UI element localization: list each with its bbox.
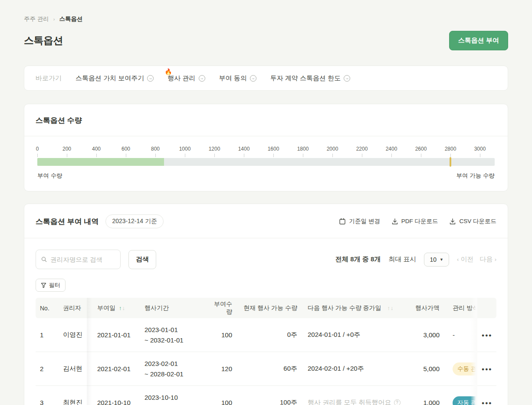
grant-option-button[interactable]: 스톡옵션 부여	[449, 31, 508, 50]
prev-label: 이전	[460, 255, 473, 263]
chevron-right-icon: ›	[495, 256, 496, 263]
table-row[interactable]: 2 김서현 2021-02-01 2023-02-01 ~ 2028-02-01…	[36, 352, 477, 386]
row-menu-button[interactable]: ●●●	[482, 333, 492, 338]
mgmt-badge: 자동 관리	[453, 396, 477, 405]
option-quantity-chart: 0200400600800100012001400160018002000220…	[24, 136, 508, 191]
axis-tick-mark	[155, 154, 156, 157]
pdf-download-label: PDF 다운로드	[401, 217, 438, 225]
pdf-download-button[interactable]: PDF 다운로드	[391, 217, 438, 225]
col-header-label: 다음 행사 가능 수량 증가일	[308, 304, 381, 312]
cell-qty: 120	[208, 365, 232, 372]
cell-holder: 최현진	[63, 398, 97, 405]
axis-tick-label: 1800	[297, 146, 309, 152]
col-header-no: No.	[36, 305, 63, 312]
quicklink-option-value[interactable]: 스톡옵션 가치 보여주기 →	[76, 74, 154, 82]
cell-grant-date: 2021-01-01	[97, 331, 144, 339]
cell-exercisable: 100주	[232, 398, 297, 405]
arrow-right-circle-icon: →	[147, 75, 154, 82]
bar-labels: 부여 수량 부여 가능 수량	[37, 172, 495, 180]
axis-tick-mark	[421, 154, 421, 157]
axis-tick-mark	[273, 154, 274, 157]
quicklink-label: 스톡옵션 가치 보여주기	[76, 74, 144, 82]
axis-tick-label: 1400	[238, 146, 250, 152]
prev-page-button[interactable]: ‹ 이전	[457, 255, 474, 263]
csv-download-button[interactable]: CSV 다운로드	[449, 217, 496, 225]
next-page-button[interactable]: 다음 ›	[479, 255, 496, 263]
cell-exercisable: 60주	[232, 365, 297, 373]
cell-price: 3,000	[403, 331, 448, 339]
quicklink-exercise-management[interactable]: 🔥 행사 관리 →	[167, 74, 205, 82]
filter-button[interactable]: 필터	[36, 279, 66, 292]
chevron-left-icon: ‹	[457, 256, 459, 263]
quicklinks-label: 바로가기	[36, 74, 62, 82]
axis-tick-mark	[96, 154, 97, 157]
grant-table: No. 권리자 부여일 ↑↓ 행사기간 부여수량 현재 행사 가능 수량 다음 …	[36, 298, 496, 405]
quicklink-label: 부여 동의	[219, 74, 247, 82]
grant-history-card: 스톡옵션 부여 내역 2023-12-14 기준 기준일 변경	[24, 204, 508, 405]
axis-tick-label: 2000	[327, 146, 338, 152]
granted-quantity-label: 부여 수량	[37, 172, 62, 180]
axis-tick-mark	[332, 154, 333, 157]
axis-tick-mark	[67, 154, 67, 157]
cell-holder: 이영진	[63, 331, 97, 339]
next-increase-text: 2024-02-01 / +20주	[308, 365, 364, 373]
grant-history-header: 스톡옵션 부여 내역 2023-12-14 기준 기준일 변경	[24, 204, 508, 238]
col-header-period: 행사기간	[144, 303, 208, 313]
cell-grant-date: 2021-10-10	[97, 399, 144, 405]
col-header-next-increase[interactable]: 다음 행사 가능 수량 증가일 ↑↓	[297, 304, 403, 312]
limit-marker	[450, 157, 451, 167]
cell-next-increase: 행사 권리를 모두 취득했어요 ?	[297, 398, 403, 405]
axis-tick-label: 2400	[386, 146, 397, 152]
option-quantity-card: 스톡옵션 수량 02004006008001000120014001600180…	[24, 104, 508, 191]
arrow-right-circle-icon: →	[199, 75, 205, 82]
search-box[interactable]	[36, 250, 121, 269]
col-header-grant-date[interactable]: 부여일 ↑↓	[97, 304, 144, 312]
mgmt-badge: -	[453, 331, 455, 339]
row-menu-button[interactable]: ●●●	[482, 366, 492, 372]
axis-tick-label: 2600	[415, 146, 427, 152]
title-row: 스톡옵션 스톡옵션 부여	[24, 31, 508, 50]
row-menu-button[interactable]: ●●●	[482, 400, 492, 405]
search-input[interactable]	[50, 256, 115, 263]
base-date-badge: 2023-12-14 기준	[105, 214, 164, 228]
breadcrumb-current: 스톡옵션	[59, 15, 82, 23]
cell-mgmt: -	[448, 331, 477, 339]
table-row[interactable]: 3 최현진 2021-10-10 2023-10-10 ~ 2030-10-10…	[36, 386, 477, 405]
download-icon	[449, 218, 456, 225]
quicklink-investment-limit[interactable]: 투자 계약 스톡옵션 한도 →	[270, 74, 351, 82]
table-toolbar: 검색 전체 8개 중 8개 최대 표시 10 ▼ ‹ 이전 다음 ›	[24, 238, 508, 269]
table-row[interactable]: 1 이영진 2021-01-01 2023-01-01 ~ 2032-01-01…	[36, 318, 477, 352]
axis-tick-label: 1600	[268, 146, 279, 152]
period-end: ~ 2028-02-01	[144, 370, 184, 378]
page-size-value: 10	[430, 256, 437, 263]
axis-tick-label: 2200	[356, 146, 368, 152]
sort-asc-icon[interactable]: ↑	[388, 305, 391, 311]
axis-tick-label: 400	[92, 146, 101, 152]
search-button[interactable]: 검색	[128, 250, 156, 269]
quicklink-grant-consent[interactable]: 부여 동의 →	[219, 74, 256, 82]
sort-desc-icon[interactable]: ↓	[122, 305, 125, 311]
mgmt-badge: 수동 관리	[453, 362, 477, 375]
next-increase-note: 행사 권리를 모두 취득했어요	[308, 398, 391, 405]
change-base-date-button[interactable]: 기준일 변경	[339, 217, 380, 225]
cell-price: 1,000	[403, 399, 448, 405]
axis-tickmarks	[37, 154, 495, 158]
quicklinks-bar: 바로가기 스톡옵션 가치 보여주기 → 🔥 행사 관리 → 부여 동의 → 투자…	[24, 66, 508, 91]
table-scroll-area[interactable]: No. 권리자 부여일 ↑↓ 행사기간 부여수량 현재 행사 가능 수량 다음 …	[36, 298, 477, 405]
chevron-down-icon: ▼	[440, 257, 443, 262]
question-circle-icon[interactable]: ?	[394, 399, 401, 405]
cell-grant-date: 2021-02-01	[97, 365, 144, 372]
sort-icons[interactable]: ↑↓	[388, 305, 394, 311]
axis-tick-mark	[214, 154, 215, 157]
page-size-select[interactable]: 10 ▼	[424, 253, 449, 267]
pagination: ‹ 이전 다음 ›	[457, 255, 496, 263]
sort-desc-icon[interactable]: ↓	[391, 305, 394, 311]
axis-tick-mark	[391, 154, 392, 157]
cell-no: 1	[36, 331, 63, 339]
sort-asc-icon[interactable]: ↑	[119, 305, 122, 311]
cell-period: 2023-02-01 ~ 2028-02-01	[144, 359, 208, 379]
cell-holder: 김서현	[63, 365, 97, 373]
breadcrumb-parent[interactable]: 주주 관리	[24, 15, 49, 23]
next-label: 다음	[479, 255, 493, 263]
sort-icons[interactable]: ↑↓	[119, 305, 125, 311]
